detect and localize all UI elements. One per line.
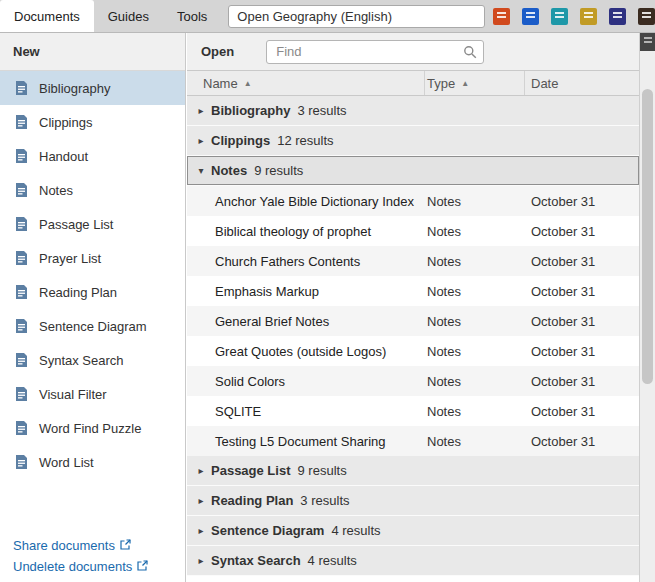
document-name: Great Quotes (outside Logos)	[187, 344, 425, 359]
shortcut-book-blue-icon[interactable]	[522, 8, 539, 25]
document-row-anchor-yale-bible-dictionary-index[interactable]: Anchor Yale Bible Dictionary IndexNotesO…	[187, 186, 639, 216]
group-row-passage-list[interactable]: ▸Passage List9 results	[187, 456, 639, 486]
scrollbar-thumb[interactable]	[642, 89, 653, 384]
document-type: Notes	[425, 434, 525, 449]
reading-plan-icon	[14, 284, 29, 300]
caret-collapsed-icon[interactable]: ▸	[194, 495, 208, 506]
caret-collapsed-icon[interactable]: ▸	[194, 525, 208, 536]
sentence-diagram-icon	[14, 318, 29, 334]
undelete-documents-label: Undelete documents	[13, 559, 132, 574]
tab-guides[interactable]: Guides	[94, 0, 163, 32]
sidebar-item-prayer-list[interactable]: Prayer List	[0, 241, 185, 275]
column-header-date[interactable]: Date	[525, 71, 639, 95]
shortcut-icons	[493, 8, 655, 25]
caret-collapsed-icon[interactable]: ▸	[194, 135, 208, 146]
document-row-biblical-theology-of-prophet[interactable]: Biblical theology of prophetNotesOctober…	[187, 216, 639, 246]
sidebar-item-label: Word Find Puzzle	[39, 421, 141, 436]
external-link-icon	[120, 538, 131, 553]
sidebar-item-notes[interactable]: Notes	[0, 173, 185, 207]
shortcut-book-orange-icon[interactable]	[493, 8, 510, 25]
sidebar-item-syntax-search[interactable]: Syntax Search	[0, 343, 185, 377]
group-row-bibliography[interactable]: ▸Bibliography3 results	[187, 96, 639, 126]
document-name: Emphasis Markup	[187, 284, 425, 299]
group-count: 4 results	[331, 523, 380, 538]
sidebar-item-sentence-diagram[interactable]: Sentence Diagram	[0, 309, 185, 343]
vertical-scrollbar[interactable]	[640, 51, 655, 582]
handout-icon	[14, 148, 29, 164]
tab-tools[interactable]: Tools	[163, 0, 221, 32]
share-documents-label: Share documents	[13, 538, 115, 553]
document-row-emphasis-markup[interactable]: Emphasis MarkupNotesOctober 31	[187, 276, 639, 306]
open-section-label: Open	[201, 44, 234, 59]
document-row-testing-l5-document-sharing[interactable]: Testing L5 Document SharingNotesOctober …	[187, 426, 639, 456]
document-date: October 31	[525, 374, 639, 389]
find-input[interactable]	[266, 40, 484, 64]
column-name-label: Name	[203, 76, 238, 91]
new-section-label: New	[13, 44, 40, 59]
sidebar-item-label: Sentence Diagram	[39, 319, 147, 334]
right-rail	[639, 33, 655, 582]
sidebar-item-label: Clippings	[39, 115, 92, 130]
sidebar-item-bibliography[interactable]: Bibliography	[0, 71, 185, 105]
sidebar-item-label: Handout	[39, 149, 88, 164]
top-tab-bar: DocumentsGuidesTools	[0, 0, 655, 33]
shortcut-book-gold-icon[interactable]	[580, 8, 597, 25]
sidebar-item-handout[interactable]: Handout	[0, 139, 185, 173]
shortcut-book-teal-icon[interactable]	[551, 8, 568, 25]
new-document-list: BibliographyClippingsHandoutNotesPassage…	[0, 71, 185, 479]
group-row-clippings[interactable]: ▸Clippings12 results	[187, 126, 639, 156]
table-header: Name ▲ Type ▲ Date	[187, 71, 639, 96]
group-row-notes[interactable]: ▾Notes9 results	[187, 156, 639, 186]
tab-documents[interactable]: Documents	[0, 0, 94, 32]
prayer-list-icon	[14, 250, 29, 266]
group-row-sentence-diagram[interactable]: ▸Sentence Diagram4 results	[187, 516, 639, 546]
share-documents-link[interactable]: Share documents	[13, 538, 148, 553]
sidebar-item-passage-list[interactable]: Passage List	[0, 207, 185, 241]
document-name: Testing L5 Document Sharing	[187, 434, 425, 449]
column-date-label: Date	[531, 76, 558, 91]
document-date: October 31	[525, 344, 639, 359]
external-link-icon	[137, 559, 148, 574]
document-type: Notes	[425, 254, 525, 269]
document-date: October 31	[525, 254, 639, 269]
sidebar-item-reading-plan[interactable]: Reading Plan	[0, 275, 185, 309]
documents-panel: Open Name ▲ Type ▲ Date ▸Bibliography3 r…	[187, 33, 639, 582]
passage-list-icon	[14, 216, 29, 232]
document-row-solid-colors[interactable]: Solid ColorsNotesOctober 31	[187, 366, 639, 396]
syntax-search-icon	[14, 352, 29, 368]
command-input[interactable]	[228, 5, 485, 28]
sidebar-item-word-list[interactable]: Word List	[0, 445, 185, 479]
document-row-general-brief-notes[interactable]: General Brief NotesNotesOctober 31	[187, 306, 639, 336]
caret-expanded-icon[interactable]: ▾	[194, 165, 208, 176]
column-header-type[interactable]: Type ▲	[425, 71, 525, 95]
document-row-great-quotes-outside-logos[interactable]: Great Quotes (outside Logos)NotesOctober…	[187, 336, 639, 366]
sidebar-item-label: Passage List	[39, 217, 113, 232]
sidebar: New BibliographyClippingsHandoutNotesPas…	[0, 33, 186, 582]
document-row-church-fathers-contents[interactable]: Church Fathers ContentsNotesOctober 31	[187, 246, 639, 276]
caret-collapsed-icon[interactable]: ▸	[194, 105, 208, 116]
group-count: 12 results	[277, 133, 333, 148]
group-label: Bibliography	[211, 103, 290, 118]
caret-collapsed-icon[interactable]: ▸	[194, 555, 208, 566]
shortcut-book-dark-icon[interactable]	[638, 8, 655, 25]
undelete-documents-link[interactable]: Undelete documents	[13, 559, 148, 574]
word-find-puzzle-icon	[14, 420, 29, 436]
document-date: October 31	[525, 434, 639, 449]
document-row-sqlite[interactable]: SQLITENotesOctober 31	[187, 396, 639, 426]
group-row-syntax-search[interactable]: ▸Syntax Search4 results	[187, 546, 639, 576]
panel-menu-button[interactable]	[640, 33, 655, 51]
sidebar-item-label: Word List	[39, 455, 94, 470]
group-label: Reading Plan	[211, 493, 293, 508]
group-count: 9 results	[298, 463, 347, 478]
sidebar-item-visual-filter[interactable]: Visual Filter	[0, 377, 185, 411]
column-header-name[interactable]: Name ▲	[187, 71, 425, 95]
sidebar-item-clippings[interactable]: Clippings	[0, 105, 185, 139]
group-label: Syntax Search	[211, 553, 301, 568]
group-row-reading-plan[interactable]: ▸Reading Plan3 results	[187, 486, 639, 516]
sidebar-item-label: Visual Filter	[39, 387, 107, 402]
sidebar-item-word-find-puzzle[interactable]: Word Find Puzzle	[0, 411, 185, 445]
caret-collapsed-icon[interactable]: ▸	[194, 465, 208, 476]
shortcut-book-purple-icon[interactable]	[609, 8, 626, 25]
group-count: 4 results	[308, 553, 357, 568]
group-label: Notes	[211, 163, 247, 178]
